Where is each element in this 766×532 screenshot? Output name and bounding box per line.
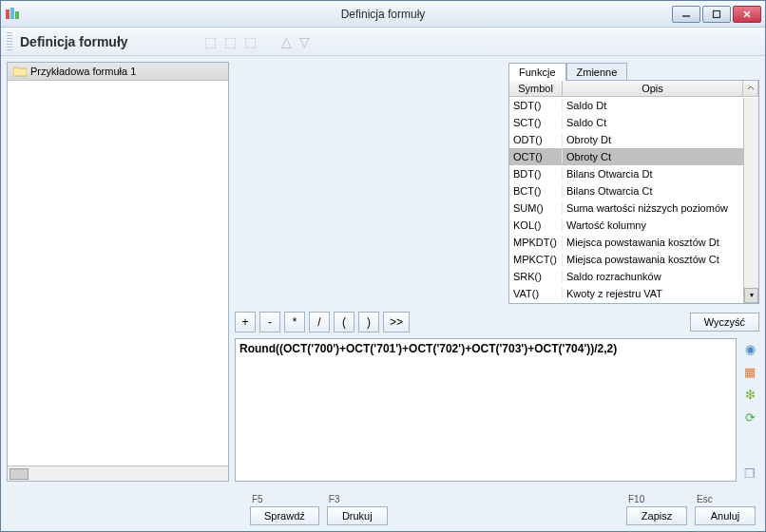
save-key-label: F10 <box>626 494 687 504</box>
wand-icon[interactable]: ❇ <box>741 386 758 403</box>
svg-rect-2 <box>15 11 19 19</box>
cell-desc: Obroty Dt <box>563 133 758 146</box>
operator-button[interactable]: / <box>309 312 330 332</box>
toolbar-icon[interactable]: ⬚ <box>244 34 257 49</box>
cell-desc: Bilans Otwarcia Ct <box>563 184 758 198</box>
operator-row: +-*/()>> Wyczyść <box>235 312 759 332</box>
cell-symbol: SCT() <box>509 116 563 129</box>
print-button[interactable]: Drukuj <box>327 506 388 525</box>
toolbar-icon[interactable]: △ <box>281 34 292 49</box>
close-button[interactable] <box>733 6 761 23</box>
cell-desc: Miejsca powstawania kosztów Dt <box>563 236 758 249</box>
cell-symbol: KOL() <box>509 218 563 232</box>
formula-area: ◉ ▦ ❇ ⟳ ❐ <box>235 338 759 482</box>
svg-rect-4 <box>714 10 720 17</box>
svg-rect-1 <box>10 8 14 19</box>
formula-input[interactable] <box>235 338 737 482</box>
cell-desc: Saldo Dt <box>563 99 758 112</box>
footer: F5 Sprawdź F3 Drukuj F10 Zapisz Esc Anul… <box>1 487 765 531</box>
grid-body: SDT()Saldo DtSCT()Saldo CtODT()Obroty Dt… <box>509 97 758 303</box>
toolbar-icons: ⬚ ⬚ ⬚ △ ▽ <box>204 34 310 49</box>
table-row[interactable]: SDT()Saldo Dt <box>509 97 758 114</box>
table-row[interactable]: OCT()Obroty Ct <box>509 148 758 165</box>
cell-desc: Obroty Ct <box>563 150 758 163</box>
cancel-button[interactable]: Anuluj <box>695 506 756 525</box>
window-title: Definicja formuły <box>1 8 765 21</box>
col-symbol-header[interactable]: Symbol <box>509 81 563 96</box>
cell-desc: Kwoty z rejestru VAT <box>563 287 758 300</box>
operator-button[interactable]: ) <box>358 312 379 332</box>
grid-icon[interactable]: ▦ <box>741 363 758 380</box>
cell-symbol: BDT() <box>509 167 563 180</box>
scroll-down-arrow[interactable]: ▾ <box>744 288 758 303</box>
svg-rect-0 <box>6 10 10 19</box>
tree-item-label: Przykładowa formuła 1 <box>30 66 136 77</box>
cell-symbol: ODT() <box>509 133 563 146</box>
table-row[interactable]: SCT()Saldo Ct <box>509 114 758 131</box>
cell-symbol: OCT() <box>509 150 563 163</box>
col-scroll-header <box>743 81 758 96</box>
toolbar-grip <box>7 32 12 51</box>
tree-item[interactable]: Przykładowa formuła 1 <box>8 63 228 81</box>
horizontal-scrollbar[interactable] <box>8 466 228 481</box>
cell-desc: Bilans Otwarcia Dt <box>563 167 758 180</box>
cell-symbol: SUM() <box>509 201 563 215</box>
table-row[interactable]: MPKDT()Miejsca powstawania kosztów Dt <box>509 234 758 251</box>
right-pane: Funkcje Zmienne Symbol Opis SDT()Saldo D… <box>235 62 759 482</box>
toolbar: Definicja formuły ⬚ ⬚ ⬚ △ ▽ <box>1 28 765 56</box>
functions-grid: Symbol Opis SDT()Saldo DtSCT()Saldo CtOD… <box>508 80 759 304</box>
cancel-key-label: Esc <box>695 494 756 504</box>
table-row[interactable]: KOL()Wartość kolumny <box>509 217 758 234</box>
titlebar: Definicja formuły <box>1 1 765 28</box>
cell-desc: Wartość kolumny <box>563 218 758 232</box>
operator-button[interactable]: * <box>284 312 305 332</box>
copy-icon[interactable]: ❐ <box>741 465 758 482</box>
table-row[interactable]: SRK()Saldo rozrachunków <box>509 268 758 285</box>
print-key-label: F3 <box>327 494 388 504</box>
cell-symbol: MPKDT() <box>509 236 563 249</box>
cell-desc: Saldo rozrachunków <box>563 270 758 283</box>
col-desc-header[interactable]: Opis <box>563 81 743 96</box>
tab-variables[interactable]: Zmienne <box>566 63 628 81</box>
cell-desc: Saldo Ct <box>563 116 758 129</box>
operator-button[interactable]: + <box>235 312 256 332</box>
window-controls <box>670 6 761 23</box>
table-row[interactable]: BCT()Bilans Otwarcia Ct <box>509 182 758 200</box>
operator-button[interactable]: >> <box>383 312 410 332</box>
operator-button[interactable]: - <box>259 312 280 332</box>
check-key-label: F5 <box>250 494 319 504</box>
minimize-button[interactable] <box>672 6 700 23</box>
table-row[interactable]: MPKCT()Miejsca powstawania kosztów Ct <box>509 251 758 268</box>
cell-symbol: BCT() <box>509 184 563 198</box>
toolbar-icon[interactable]: ⬚ <box>204 34 217 49</box>
save-button[interactable]: Zapisz <box>626 506 687 525</box>
toolbar-icon[interactable]: ▽ <box>299 34 310 49</box>
cell-symbol: SRK() <box>509 270 563 283</box>
maximize-button[interactable] <box>702 6 731 23</box>
folder-icon <box>13 66 27 77</box>
table-row[interactable]: ODT()Obroty Dt <box>509 131 758 148</box>
tab-functions[interactable]: Funkcje <box>508 63 566 81</box>
table-row[interactable]: BDT()Bilans Otwarcia Dt <box>509 165 758 182</box>
refresh-icon[interactable]: ⟳ <box>741 408 758 426</box>
section-title: Definicja formuły <box>20 34 128 49</box>
check-button[interactable]: Sprawdź <box>250 506 319 525</box>
cell-desc: Suma wartości niższych poziomów <box>563 201 758 215</box>
tree-pane: Przykładowa formuła 1 <box>7 62 229 482</box>
main-area: Przykładowa formuła 1 Funkcje Zmienne Sy… <box>1 56 765 487</box>
grid-header: Symbol Opis <box>509 81 758 97</box>
eye-icon[interactable]: ◉ <box>741 340 758 357</box>
cell-symbol: MPKCT() <box>509 253 563 266</box>
cell-symbol: SDT() <box>509 99 563 112</box>
toolbar-icon[interactable]: ⬚ <box>224 34 237 49</box>
side-toolbar: ◉ ▦ ❇ ⟳ ❐ <box>740 338 759 482</box>
clear-button[interactable]: Wyczyść <box>690 313 759 332</box>
vertical-scrollbar[interactable]: ▾ <box>743 98 758 303</box>
operator-button[interactable]: ( <box>334 312 354 332</box>
tabs: Funkcje Zmienne <box>508 62 759 80</box>
cell-desc: Miejsca powstawania kosztów Ct <box>563 253 758 266</box>
app-icon <box>5 7 20 22</box>
table-row[interactable]: SUM()Suma wartości niższych poziomów <box>509 200 758 217</box>
table-row[interactable]: VAT()Kwoty z rejestru VAT <box>509 285 758 302</box>
scroll-thumb[interactable] <box>10 468 29 480</box>
